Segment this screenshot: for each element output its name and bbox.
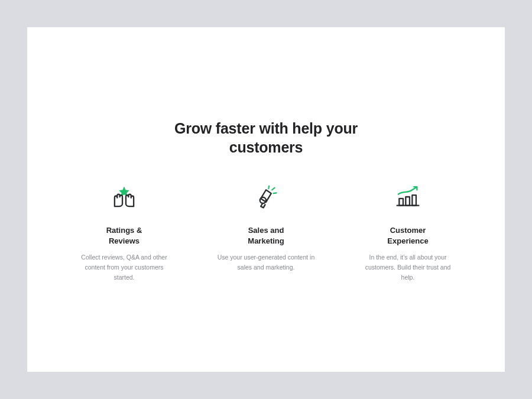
- chart-growth-icon: [395, 184, 421, 210]
- feature-desc: Use your user-generated content in sales…: [216, 252, 316, 273]
- feature-desc: In the end, it's all about your customer…: [358, 252, 458, 282]
- svg-line-2: [268, 186, 269, 189]
- feature-ratings: Ratings & Reviews Collect reviews, Q&A a…: [74, 184, 174, 283]
- svg-line-1: [273, 193, 276, 193]
- feature-sales: Sales and Marketing Use your user-genera…: [216, 184, 316, 283]
- feature-title: Ratings & Reviews: [106, 225, 142, 246]
- svg-rect-7: [412, 195, 416, 206]
- feature-title: Customer Experience: [387, 225, 428, 246]
- feature-title: Sales and Marketing: [248, 225, 284, 246]
- features-row: Ratings & Reviews Collect reviews, Q&A a…: [74, 184, 458, 283]
- svg-rect-6: [406, 197, 410, 206]
- content-card: Grow faster with help your customers Rat…: [27, 27, 505, 372]
- feature-desc: Collect reviews, Q&A and other content f…: [74, 252, 174, 282]
- section-heading: Grow faster with help your customers: [148, 119, 384, 157]
- hands-star-icon: [111, 184, 137, 210]
- svg-rect-5: [399, 199, 403, 206]
- megaphone-icon: [253, 184, 279, 210]
- feature-customer: Customer Experience In the end, it's all…: [358, 184, 458, 283]
- svg-line-0: [272, 188, 274, 190]
